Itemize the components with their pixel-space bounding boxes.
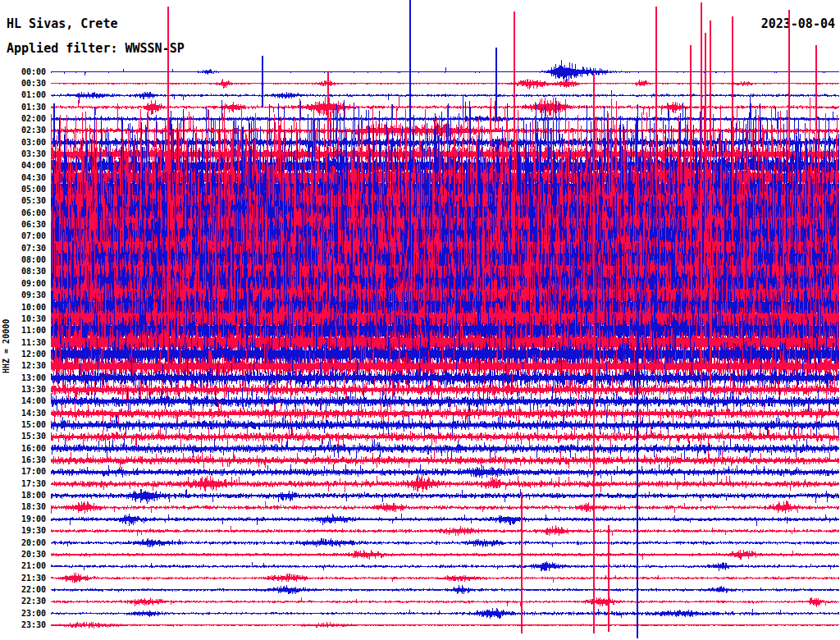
trace-row bbox=[51, 525, 838, 536]
trace-row bbox=[51, 550, 838, 560]
trace-row bbox=[51, 60, 838, 84]
seismogram-svg bbox=[0, 0, 840, 640]
trace-row bbox=[51, 514, 838, 526]
trace-row bbox=[51, 464, 838, 480]
trace-row bbox=[51, 573, 838, 583]
trace-row bbox=[51, 561, 838, 571]
helicorder-page: HL Sivas, Crete Applied filter: WWSSN-SP… bbox=[0, 0, 840, 640]
trace-row bbox=[51, 538, 838, 548]
trace-row bbox=[51, 90, 838, 103]
trace-row bbox=[51, 489, 838, 504]
trace-row bbox=[51, 79, 838, 89]
trace-row bbox=[51, 608, 838, 619]
trace-row bbox=[51, 622, 838, 629]
trace-row bbox=[51, 585, 838, 594]
trace-row bbox=[51, 438, 838, 459]
trace-row bbox=[51, 475, 838, 492]
trace-row bbox=[51, 597, 838, 607]
